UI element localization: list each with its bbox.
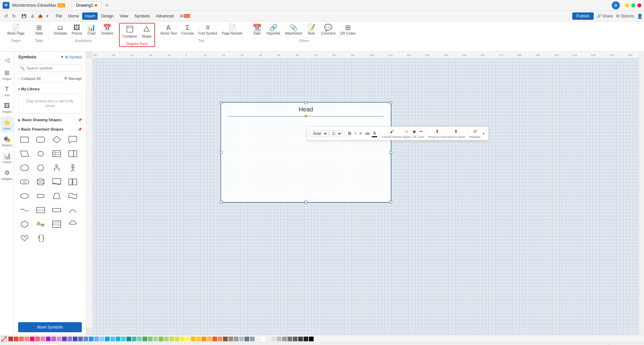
color-swatch[interactable] xyxy=(293,337,298,341)
color-swatch[interactable] xyxy=(126,337,131,341)
minimize-button[interactable] xyxy=(625,3,629,7)
sidebar-item-stickers[interactable]: 🎭 Stickers xyxy=(1,134,13,149)
handle-top-center[interactable] xyxy=(305,101,307,104)
color-swatch[interactable] xyxy=(175,337,179,341)
menu-item-file[interactable]: File xyxy=(53,12,65,20)
handle-bottom-right[interactable] xyxy=(389,201,392,203)
undo-button[interactable]: ↺ xyxy=(3,13,9,19)
shape-speech-bubble[interactable] xyxy=(66,134,79,145)
shape-person[interactable] xyxy=(50,162,63,174)
color-swatch[interactable] xyxy=(277,337,281,341)
send-to-back-button[interactable]: ⬇ xyxy=(453,128,459,135)
container-shape[interactable]: Head xyxy=(220,102,391,203)
menu-item-ai[interactable]: AI hot xyxy=(177,12,193,20)
sidebar-item-widgets[interactable]: ⚙ Widgets xyxy=(1,167,13,183)
color-swatch[interactable] xyxy=(164,337,169,341)
color-swatch[interactable] xyxy=(24,337,29,341)
color-swatch[interactable] xyxy=(153,337,158,341)
account-button[interactable]: 👤 xyxy=(637,13,643,19)
dropdown-button[interactable]: ▾ xyxy=(45,13,50,19)
shape-cylinder[interactable] xyxy=(34,176,47,188)
color-swatch[interactable] xyxy=(304,337,308,341)
user-avatar[interactable]: D xyxy=(612,1,620,9)
menu-item-design[interactable]: Design xyxy=(98,12,116,20)
color-swatch[interactable] xyxy=(287,337,292,341)
note-button[interactable]: 📝 Note xyxy=(305,23,318,37)
color-swatch[interactable] xyxy=(159,337,163,341)
color-swatch[interactable] xyxy=(100,337,104,341)
comment-button[interactable]: 💬 Comment xyxy=(319,23,337,37)
color-swatch[interactable] xyxy=(105,337,110,341)
handle-middle-right[interactable] xyxy=(389,151,392,154)
font-selector[interactable]: Arial xyxy=(310,130,328,137)
color-swatch[interactable] xyxy=(110,337,115,341)
color-swatch[interactable] xyxy=(121,337,126,341)
color-swatch[interactable] xyxy=(132,337,137,341)
fill-button[interactable]: ◆ xyxy=(411,128,417,135)
italic-button[interactable]: I xyxy=(353,130,357,137)
color-swatch[interactable] xyxy=(185,337,190,341)
bold-button[interactable]: B xyxy=(347,130,353,137)
color-swatch[interactable] xyxy=(298,337,303,341)
sidebar-item-images[interactable]: 🖼 Images xyxy=(1,100,13,115)
shape-two-line[interactable] xyxy=(34,218,47,230)
shape-document[interactable] xyxy=(50,176,63,188)
color-swatch[interactable] xyxy=(250,337,255,341)
shape-ellipse[interactable] xyxy=(18,162,31,174)
picture-button[interactable]: 🖼 Picture xyxy=(70,23,84,37)
color-swatch[interactable] xyxy=(202,337,206,341)
menu-item-view[interactable]: View xyxy=(117,12,131,20)
color-swatch[interactable] xyxy=(218,337,222,341)
ai-symbol-button[interactable]: ✦ AI Symbol xyxy=(60,54,82,59)
color-swatch[interactable] xyxy=(35,337,40,341)
color-swatch[interactable] xyxy=(84,337,88,341)
options-button[interactable]: ⚙Options xyxy=(616,14,634,18)
color-swatch[interactable] xyxy=(57,337,61,341)
color-swatch[interactable] xyxy=(234,337,238,341)
color-swatch[interactable] xyxy=(191,337,196,341)
basic-flowchart-shapes-header[interactable]: ▾ Basic Flowchart Shapes 📌 xyxy=(14,126,86,133)
redo-button[interactable]: ↻ xyxy=(11,13,17,19)
line-button[interactable]: ━ xyxy=(418,128,424,135)
shape-parallelogram[interactable] xyxy=(18,148,31,159)
my-library-header[interactable]: ▾ My Library xyxy=(14,86,86,92)
attachment-button[interactable]: 📎 Attachment xyxy=(283,23,304,37)
color-swatch[interactable] xyxy=(73,337,77,341)
format-painter-button[interactable]: 🖌 xyxy=(388,128,395,135)
shape-diamond[interactable] xyxy=(50,134,63,145)
shape-wave-rect[interactable] xyxy=(66,190,79,202)
color-swatch[interactable] xyxy=(41,337,45,341)
basic-drawing-shapes-header[interactable]: ▶ Basic Drawing Shapes 📌 xyxy=(14,116,86,123)
no-fill-swatch[interactable] xyxy=(1,336,7,342)
align-button[interactable]: ≡ xyxy=(358,130,363,137)
page-number-button[interactable]: 📄 Page Number xyxy=(220,23,245,37)
color-swatch[interactable] xyxy=(228,337,233,341)
shape-rounded-rect[interactable] xyxy=(34,134,47,145)
color-swatch[interactable] xyxy=(89,337,94,341)
color-swatch[interactable] xyxy=(46,337,51,341)
qr-codes-button[interactable]: ⊞ QR Codes xyxy=(338,23,358,37)
color-swatch[interactable] xyxy=(143,337,147,341)
handle-bottom-left[interactable] xyxy=(220,201,222,203)
handle-top-left[interactable] xyxy=(220,101,222,104)
chart-button[interactable]: 📊 Chart xyxy=(85,23,98,37)
color-swatch[interactable] xyxy=(51,337,56,341)
menu-item-advanced[interactable]: Advanced xyxy=(153,12,176,20)
color-swatch[interactable] xyxy=(62,337,67,341)
publish-button[interactable]: Publish xyxy=(572,12,593,20)
color-swatch[interactable] xyxy=(261,337,265,341)
font-size-selector[interactable]: 12 xyxy=(329,130,342,137)
color-swatch[interactable] xyxy=(239,337,244,341)
color-swatch[interactable] xyxy=(255,337,260,341)
color-swatch[interactable] xyxy=(212,337,217,341)
shape-hexagon[interactable] xyxy=(18,218,31,230)
shape-yes-button[interactable]: Yes xyxy=(18,176,31,188)
more-symbols-button[interactable]: More Symbols xyxy=(18,322,82,332)
color-swatch[interactable] xyxy=(309,337,314,341)
share-button[interactable]: 🔗Share xyxy=(596,14,613,18)
color-swatch[interactable] xyxy=(8,337,13,341)
new-tab-button[interactable]: + xyxy=(103,1,111,9)
color-swatch[interactable] xyxy=(223,337,228,341)
color-swatch[interactable] xyxy=(180,337,185,341)
color-swatch[interactable] xyxy=(78,337,83,341)
